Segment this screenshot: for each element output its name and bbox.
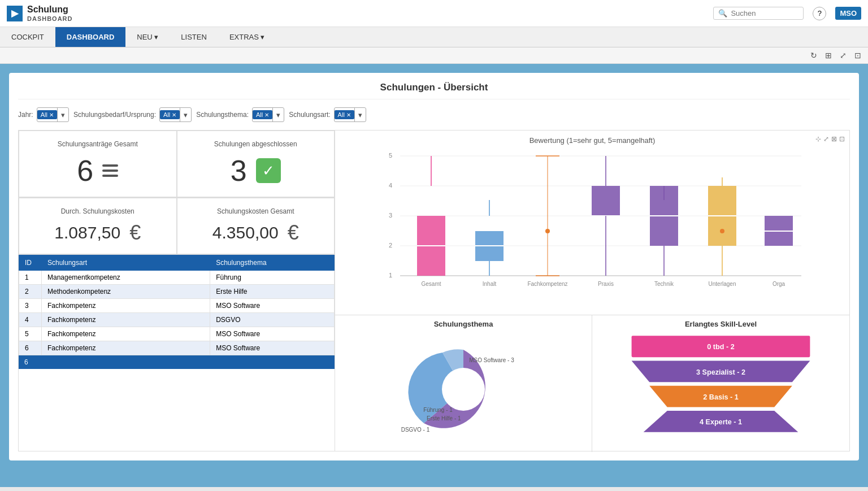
cell-id: 2 [19, 285, 42, 299]
table-row[interactable]: 5 Fachkompetenz MSO Software [19, 327, 335, 341]
table-row[interactable]: 3 Fachkompetenz MSO Software [19, 299, 335, 313]
donut-chart: MSO Software - 3 DSGVO - 1 Erste Hilfe -… [340, 333, 587, 446]
filter-schulungsthema-label: Schulungsthema: [196, 111, 249, 119]
svg-text:2: 2 [389, 242, 392, 249]
svg-text:3 Spezialist - 2: 3 Spezialist - 2 [696, 368, 745, 376]
stat-gesamtkosten-label: Schulungskosten Gesamt [189, 207, 323, 215]
filter-jahr-tag: All✕ [37, 110, 57, 119]
stat-antraege-value: 6 [31, 154, 165, 188]
svg-text:Fachkompetenz: Fachkompetenz [527, 281, 567, 287]
col-schulungsart: Schulungsart [42, 255, 210, 271]
filter-schulungsthema-select[interactable]: All✕ ▾ [252, 107, 284, 122]
filter-icon[interactable]: ⊞ [823, 50, 834, 61]
help-button[interactable]: ? [813, 7, 826, 20]
svg-text:Unterlagen: Unterlagen [709, 281, 736, 287]
chart-action-2[interactable]: ⤢ [823, 135, 829, 143]
table-container: ID Schulungsart Schulungsthema 1 Managem… [19, 255, 335, 369]
cell-id: 3 [19, 299, 42, 313]
mso-button[interactable]: MSO [835, 7, 861, 20]
stat-antraege: Schulungsanträge Gesamt 6 [19, 131, 177, 197]
funnel-chart: 0 tbd - 2 3 Spezialist - 2 2 Basis - 1 4… [597, 333, 845, 446]
check-icon: ✓ [256, 158, 281, 183]
filter-schulungsthema-tag: All✕ [253, 110, 272, 119]
filter-schulungsbedarf-tag: All✕ [160, 110, 180, 119]
filter-jahr: Jahr: All✕ ▾ [18, 107, 69, 122]
stat-abgeschlossen-value: 3 ✓ [189, 154, 323, 188]
cell-art: Fachkompetenz [42, 327, 210, 341]
toolbar: ↻ ⊞ ⤢ ⊡ [0, 47, 868, 64]
stat-gesamtkosten-number: 4.350,00 [212, 223, 279, 242]
nav-item-listen[interactable]: LISTEN [170, 27, 218, 47]
navigation: COCKPIT DASHBOARD NEU ▾ LISTEN EXTRAS ▾ [0, 27, 868, 47]
cell-id: 1 [19, 271, 42, 285]
svg-text:Inhalt: Inhalt [483, 281, 497, 287]
filter-jahr-label: Jahr: [18, 111, 33, 119]
filter-schulungsbedarf-select[interactable]: All✕ ▾ [159, 107, 192, 122]
search-input[interactable] [731, 9, 798, 18]
fullscreen-icon[interactable]: ⊡ [852, 50, 863, 61]
donut-title: Schulungsthema [340, 320, 587, 328]
stat-gesamtkosten: Schulungskosten Gesamt 4.350,00 € [177, 198, 335, 254]
nav-item-neu[interactable]: NEU ▾ [125, 27, 170, 47]
filter-schulungsbedarf-arrow[interactable]: ▾ [180, 108, 191, 121]
cell-art: Managementkompetenz [42, 271, 210, 285]
svg-text:Gesamt: Gesamt [421, 281, 441, 287]
table-row[interactable]: 6 Fachkompetenz MSO Software [19, 341, 335, 355]
cell-thema: MSO Software [210, 327, 335, 341]
svg-point-39 [720, 229, 724, 233]
cell-art: Fachkompetenz [42, 313, 210, 327]
col-id: ID [19, 255, 42, 271]
stat-durchkosten-value: 1.087,50 € [31, 221, 165, 245]
svg-text:3: 3 [389, 212, 392, 219]
svg-point-24 [545, 229, 550, 233]
bottom-charts: Schulungsthema MSO Sof [335, 315, 849, 451]
stat-abgeschlossen: Schulungen abgeschlossen 3 ✓ [177, 131, 335, 197]
filter-jahr-arrow[interactable]: ▾ [57, 108, 68, 121]
chart-action-4[interactable]: ⊡ [839, 135, 845, 143]
nav-item-cockpit[interactable]: COCKPIT [0, 27, 55, 47]
filter-schulungsart-select[interactable]: All✕ ▾ [334, 107, 366, 122]
stat-antraege-number: 6 [77, 154, 93, 188]
dashboard-card: Schulungen - Übersicht Jahr: All✕ ▾ Schu… [9, 73, 859, 460]
chart-actions: ⊹ ⤢ ⊠ ⊡ [815, 135, 845, 143]
filter-schulungsbedarf-label: Schulungsbedarf/Ursprung: [73, 111, 156, 119]
filter-jahr-select[interactable]: All✕ ▾ [37, 107, 69, 122]
svg-text:0 tbd - 2: 0 tbd - 2 [707, 343, 734, 351]
svg-text:Erste Hilfe - 1: Erste Hilfe - 1 [427, 415, 461, 422]
table-row[interactable]: 2 Methodenkompetenz Erste Hilfe [19, 285, 335, 299]
table-row[interactable]: 4 Fachkompetenz DSGVO [19, 313, 335, 327]
chart-action-3[interactable]: ⊠ [831, 135, 837, 143]
cell-id: 4 [19, 313, 42, 327]
table-footer: 6 [19, 355, 335, 369]
filters-bar: Jahr: All✕ ▾ Schulungsbedarf/Ursprung: A… [18, 107, 850, 122]
cell-art: Fachkompetenz [42, 341, 210, 355]
search-box[interactable]: 🔍 [713, 7, 804, 20]
stat-gesamtkosten-value: 4.350,00 € [189, 221, 323, 245]
svg-text:1: 1 [389, 272, 392, 279]
filter-schulungsthema-arrow[interactable]: ▾ [272, 108, 284, 121]
nav-item-extras[interactable]: EXTRAS ▾ [218, 27, 276, 47]
cell-art: Fachkompetenz [42, 299, 210, 313]
dashboard-title: Schulungen - Übersicht [18, 82, 850, 99]
stat-antraege-label: Schulungsanträge Gesamt [31, 140, 165, 148]
logo-text: Schulung DASHBOARD [27, 4, 73, 22]
svg-text:5: 5 [389, 152, 392, 159]
svg-text:Technik: Technik [654, 281, 674, 287]
cell-thema: Führung [210, 271, 335, 285]
chart-action-1[interactable]: ⊹ [815, 135, 821, 143]
table-row[interactable]: 1 Managementkompetenz Führung [19, 271, 335, 285]
stat-durchkosten: Durch. Schulungskosten 1.087,50 € [19, 198, 177, 254]
nav-item-dashboard[interactable]: DASHBOARD [55, 27, 126, 47]
stat-durchkosten-currency: € [129, 221, 141, 245]
stat-gesamtkosten-currency: € [288, 221, 299, 245]
svg-text:4 Experte - 1: 4 Experte - 1 [700, 418, 742, 426]
stat-durchkosten-number: 1.087,50 [54, 223, 120, 242]
refresh-icon[interactable]: ↻ [808, 50, 819, 61]
filter-schulungsart-tag: All✕ [335, 110, 354, 119]
expand-icon[interactable]: ⤢ [837, 50, 849, 61]
filter-schulungsart-arrow[interactable]: ▾ [354, 108, 366, 121]
svg-text:DSGVO - 1: DSGVO - 1 [401, 427, 430, 433]
cell-thema: Erste Hilfe [210, 285, 335, 299]
svg-text:Führung - 1: Führung - 1 [423, 407, 453, 413]
svg-text:MSO Software - 3: MSO Software - 3 [469, 357, 514, 363]
